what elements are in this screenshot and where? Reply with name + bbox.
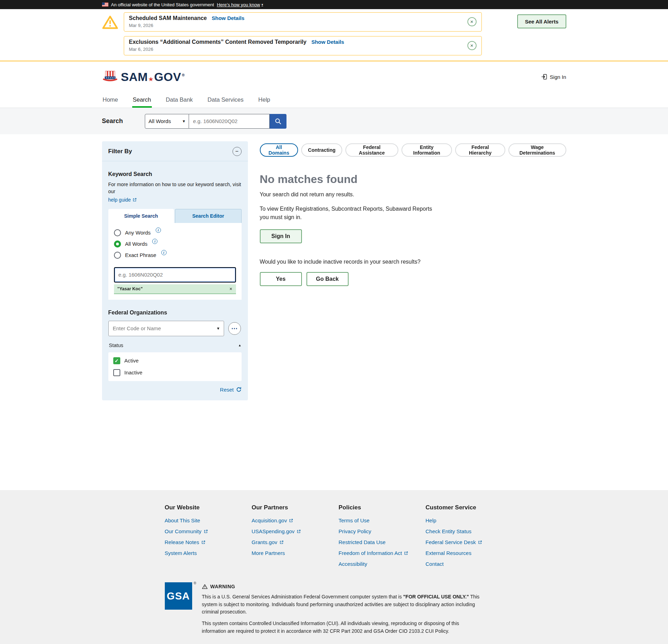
- info-icon[interactable]: i: [156, 228, 161, 233]
- logo-gov-text: GOV: [154, 70, 181, 84]
- pill-federal-hierarchy[interactable]: Federal Hierarchy: [455, 143, 505, 157]
- minus-icon: −: [235, 148, 238, 155]
- federal-organizations-title: Federal Organizations: [108, 310, 242, 316]
- external-link-icon: [133, 198, 137, 202]
- chevron-down-icon: ▾: [217, 326, 220, 331]
- footer-link-help[interactable]: Help: [426, 517, 566, 523]
- tab-search-editor[interactable]: Search Editor: [175, 209, 242, 223]
- global-search-input[interactable]: [189, 114, 270, 129]
- nav-item-data-bank[interactable]: Data Bank: [165, 92, 194, 108]
- status-section-toggle[interactable]: Status ▴: [108, 343, 242, 348]
- footer-link-label: Privacy Policy: [339, 528, 371, 534]
- keyword-chip-label: "Yasar Koc": [117, 286, 143, 291]
- footer-column-customer-service: Customer Service Help Check Entity Statu…: [426, 504, 566, 572]
- footer-link-usaspending-gov[interactable]: USASpending.gov: [252, 528, 339, 534]
- pill-federal-assistance[interactable]: Federal Assistance: [345, 143, 398, 157]
- footer-link-more-partners[interactable]: More Partners: [252, 550, 339, 556]
- footer-link-label: Our Community: [165, 528, 202, 534]
- alert-close-button[interactable]: ×: [467, 41, 477, 50]
- chip-remove-button[interactable]: ×: [229, 286, 232, 292]
- nav-item-help[interactable]: Help: [258, 92, 271, 108]
- footer-link-our-community[interactable]: Our Community: [165, 528, 252, 534]
- footer-link-federal-service-desk[interactable]: Federal Service Desk: [426, 539, 566, 545]
- radio-exact-phrase[interactable]: Exact Phrase i: [114, 252, 236, 259]
- alert-close-button[interactable]: ×: [467, 17, 477, 26]
- alert-date: Mar 9, 2026: [129, 23, 245, 28]
- header-sign-in-link[interactable]: Sign In: [541, 74, 566, 80]
- logo-registered-mark: ®: [182, 73, 185, 77]
- footer-link-terms-of-use[interactable]: Terms of Use: [339, 517, 426, 523]
- search-results: All Domains Contracting Federal Assistan…: [260, 141, 566, 286]
- warning-title: WARNING: [210, 584, 235, 589]
- global-search-bar: Search All Words ▾: [0, 108, 668, 134]
- org-more-options-button[interactable]: ⋯: [228, 322, 241, 335]
- footer-link-acquisition-gov[interactable]: Acquisition.gov: [252, 517, 339, 523]
- checkbox-checked-icon: ✓: [113, 357, 120, 364]
- pill-contracting[interactable]: Contracting: [301, 143, 342, 157]
- footer-link-system-alerts[interactable]: System Alerts: [165, 550, 252, 556]
- star-icon: ★: [149, 76, 154, 82]
- footer-link-label: Check Entity Status: [426, 528, 472, 534]
- alert-show-details-link[interactable]: Show Details: [212, 15, 244, 21]
- warning-paragraph-2: This system contains Controlled Unclassi…: [202, 620, 481, 635]
- footer-link-restricted-data-use[interactable]: Restricted Data Use: [339, 539, 426, 545]
- site-header: SAM★GOV® Sign In: [0, 61, 668, 92]
- simple-search-panel: Any Words i All Words i Exact Phrase i: [108, 223, 242, 300]
- alerts-section: Scheduled SAM Maintenance Show Details M…: [0, 9, 668, 61]
- warning-icon: [202, 584, 208, 589]
- footer-link-foia[interactable]: Freedom of Information Act: [339, 550, 426, 556]
- keyword-search-title: Keyword Search: [108, 171, 242, 177]
- footer-link-privacy-policy[interactable]: Privacy Policy: [339, 528, 426, 534]
- no-matches-heading: No matches found: [260, 173, 566, 186]
- alert-show-details-link[interactable]: Show Details: [311, 39, 344, 45]
- radio-unchecked-icon: [114, 229, 121, 236]
- search-submit-button[interactable]: [270, 114, 286, 129]
- reset-label: Reset: [220, 387, 234, 393]
- status-inactive-checkbox[interactable]: Inactive: [113, 369, 237, 376]
- reset-filters-link[interactable]: Reset: [220, 387, 241, 393]
- search-type-dropdown[interactable]: All Words ▾: [145, 114, 189, 129]
- yes-button[interactable]: Yes: [260, 272, 302, 286]
- keyword-input[interactable]: [114, 267, 236, 283]
- how-you-know-link[interactable]: Here’s how you know ▾: [217, 2, 263, 7]
- filter-panel: Filter By − Keyword Search For more info…: [102, 141, 248, 400]
- info-icon[interactable]: i: [161, 250, 167, 255]
- collapse-filters-button[interactable]: −: [232, 147, 242, 156]
- sam-gov-logo[interactable]: SAM★GOV®: [102, 70, 185, 84]
- help-guide-link[interactable]: help guide: [108, 196, 137, 203]
- external-link-icon: [289, 518, 293, 523]
- pill-entity-information[interactable]: Entity Information: [402, 143, 452, 157]
- go-back-button[interactable]: Go Back: [306, 272, 349, 286]
- federal-org-select[interactable]: Enter Code or Name ▾: [108, 321, 224, 336]
- nav-item-home[interactable]: Home: [102, 92, 119, 108]
- sign-in-message: To view Entity Registrations, Subcontrac…: [260, 205, 435, 222]
- see-all-alerts-button[interactable]: See All Alerts: [517, 14, 566, 28]
- alert-title: Exclusions “Additional Comments” Content…: [129, 39, 306, 45]
- pill-all-domains[interactable]: All Domains: [260, 143, 298, 157]
- domain-filter-pills: All Domains Contracting Federal Assistan…: [260, 143, 566, 157]
- footer-link-contact[interactable]: Contact: [426, 561, 566, 567]
- radio-any-words[interactable]: Any Words i: [114, 229, 236, 236]
- pill-wage-determinations[interactable]: Wage Determinations: [508, 143, 566, 157]
- external-link-icon: [297, 529, 301, 534]
- footer-link-about-this-site[interactable]: About This Site: [165, 517, 252, 523]
- radio-all-words[interactable]: All Words i: [114, 240, 236, 248]
- nav-item-data-services[interactable]: Data Services: [207, 92, 244, 108]
- federal-org-placeholder: Enter Code or Name: [113, 325, 161, 331]
- footer-link-grants-gov[interactable]: Grants.gov: [252, 539, 339, 545]
- footer-link-check-entity-status[interactable]: Check Entity Status: [426, 528, 566, 534]
- footer-link-accessibility[interactable]: Accessibility: [339, 561, 426, 567]
- chevron-down-icon: ▾: [183, 118, 185, 124]
- footer-link-label: Help: [426, 517, 437, 523]
- footer-column-our-partners: Our Partners Acquisition.gov USASpending…: [252, 504, 339, 572]
- alert-scheduled-maintenance: Scheduled SAM Maintenance Show Details M…: [124, 12, 482, 32]
- chevron-down-icon: ▾: [262, 3, 263, 6]
- sign-in-button[interactable]: Sign In: [260, 229, 302, 243]
- nav-item-search[interactable]: Search: [132, 92, 152, 108]
- footer-link-external-resources[interactable]: External Resources: [426, 550, 566, 556]
- info-icon[interactable]: i: [152, 239, 157, 244]
- tab-simple-search[interactable]: Simple Search: [108, 209, 174, 223]
- status-active-checkbox[interactable]: ✓ Active: [113, 357, 237, 364]
- radio-unchecked-icon: [114, 252, 121, 259]
- footer-link-release-notes[interactable]: Release Notes: [165, 539, 252, 545]
